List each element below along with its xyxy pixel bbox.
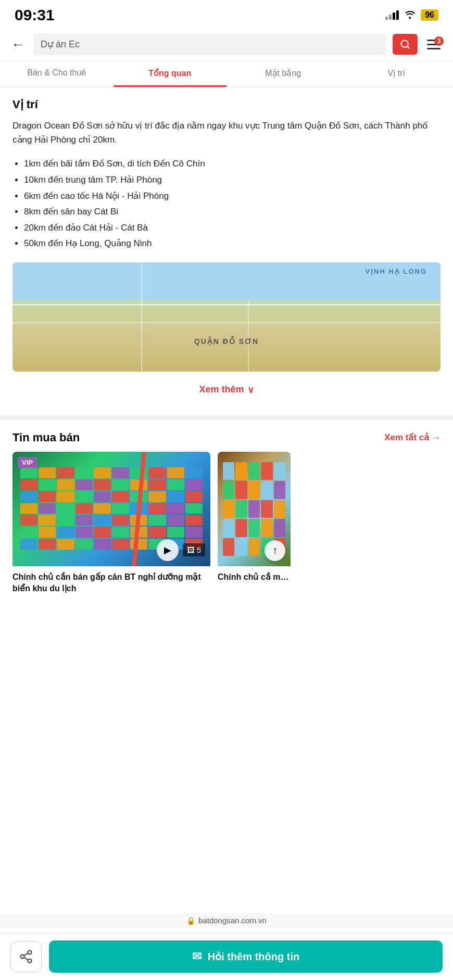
back-button[interactable]: ← xyxy=(9,34,27,55)
map-label-sea: VỊNH HẠ LONG xyxy=(365,268,427,275)
menu-button[interactable]: 3 xyxy=(424,36,444,53)
card-title-1: Chính chủ cần bán gấp căn BT nghỉ dưỡng … xyxy=(12,571,210,595)
lock-icon: 🔒 xyxy=(186,917,195,925)
search-button[interactable] xyxy=(393,34,418,55)
header: ← Dự án Ec 3 xyxy=(0,28,453,61)
list-item: 6km đến cao tốc Hà Nội - Hải Phòng xyxy=(24,188,441,205)
tin-mua-ban-header: Tin mua bán Xem tất cả → xyxy=(0,421,453,452)
listing-card-2[interactable]: ↑ Chính chủ cầ mã ND-LK69 xyxy=(218,452,291,598)
map-label-district: QUẬN ĐỒ SƠN xyxy=(194,337,259,346)
vip-badge: VIP xyxy=(18,457,37,468)
tabs: Bán & Cho thuê Tổng quan Mặt bằng Vị trí xyxy=(0,61,453,87)
listing-image-1: VIP ▶ 🖼 5 xyxy=(12,452,210,566)
list-item: 1km đến bãi tắm Đồ Sơn, di tích Đền Cô C… xyxy=(24,156,441,172)
status-time: 09:31 xyxy=(15,6,55,24)
bottom-bar: ✉ Hỏi thêm thông tin xyxy=(0,933,453,980)
card-body-1: Chính chủ cần bán gấp căn BT nghỉ dưỡng … xyxy=(12,566,210,598)
play-button[interactable]: ▶ xyxy=(157,539,179,561)
xem-them-label: Xem thêm xyxy=(199,384,244,395)
card-media-icons: ▶ 🖼 5 xyxy=(157,539,205,561)
listings-row: VIP ▶ 🖼 5 Chính chủ cần bán gấp căn BT n… xyxy=(0,452,453,598)
section-separator xyxy=(0,415,453,421)
image-count-number: 5 xyxy=(197,545,201,554)
image-count: 🖼 5 xyxy=(183,543,205,556)
svg-point-2 xyxy=(28,959,32,963)
bullet-list: 1km đến bãi tắm Đồ Sơn, di tích Đền Cô C… xyxy=(12,156,441,252)
svg-line-3 xyxy=(24,958,28,960)
svg-point-0 xyxy=(28,950,32,954)
tab-tong-quan[interactable]: Tổng quan xyxy=(114,61,227,87)
image-icon: 🖼 xyxy=(187,545,195,554)
search-input-text: Dự án Ec xyxy=(41,39,379,50)
share-button[interactable] xyxy=(10,941,42,972)
search-icon xyxy=(400,39,410,49)
list-item: 20km đến đảo Cát Hải - Cát Bà xyxy=(24,220,441,236)
section-description: Dragon Ocean Đồ Sơn sở hữu vị trí đắc đị… xyxy=(12,119,441,147)
email-icon: ✉ xyxy=(192,950,202,963)
menu-badge: 3 xyxy=(434,36,444,46)
xem-tat-ca-button[interactable]: Xem tất cả → xyxy=(384,432,441,443)
battery-indicator: 96 xyxy=(421,9,438,21)
section-title: Vị trí xyxy=(12,98,441,111)
card-body-2: Chính chủ cầ mã ND-LK69 xyxy=(218,566,291,586)
scroll-up-button[interactable]: ↑ xyxy=(265,540,285,561)
share-icon xyxy=(19,949,33,964)
list-item: 10km đến trung tâm TP. Hải Phòng xyxy=(24,172,441,188)
status-icons: 96 xyxy=(385,9,438,21)
tab-mat-bang[interactable]: Mặt bằng xyxy=(227,61,340,87)
list-item: 8km đến sân bay Cát Bi xyxy=(24,204,441,220)
tab-ban-cho-thue[interactable]: Bán & Cho thuê xyxy=(0,61,114,87)
listing-image-2: ↑ xyxy=(218,452,291,566)
contact-button[interactable]: ✉ Hỏi thêm thông tin xyxy=(49,940,443,973)
xem-them-button[interactable]: Xem thêm ∨ xyxy=(12,380,441,405)
signal-icon xyxy=(385,10,399,20)
wifi-icon xyxy=(404,9,416,21)
contact-button-label: Hỏi thêm thông tin xyxy=(208,950,299,963)
card-title-2: Chính chủ cầ mã ND-LK69 xyxy=(218,571,291,583)
main-content: Vị trí Dragon Ocean Đồ Sơn sở hữu vị trí… xyxy=(0,87,453,415)
list-item: 50km đến Hạ Long, Quảng Ninh xyxy=(24,236,441,252)
tin-mua-ban-title: Tin mua bán xyxy=(12,431,80,444)
status-bar: 09:31 96 xyxy=(0,0,453,28)
svg-point-1 xyxy=(21,955,24,959)
listing-card-1[interactable]: VIP ▶ 🖼 5 Chính chủ cần bán gấp căn BT n… xyxy=(12,452,210,598)
chevron-down-icon: ∨ xyxy=(247,384,254,396)
url-text: batdongsan.com.vn xyxy=(198,916,267,925)
svg-line-4 xyxy=(24,953,28,956)
tab-vi-tri[interactable]: Vị trí xyxy=(340,61,454,87)
map-image: VỊNH HẠ LONG QUẬN ĐỒ SƠN xyxy=(12,262,441,372)
search-box[interactable]: Dự án Ec xyxy=(33,33,386,55)
url-bar: 🔒 batdongsan.com.vn xyxy=(0,913,453,928)
